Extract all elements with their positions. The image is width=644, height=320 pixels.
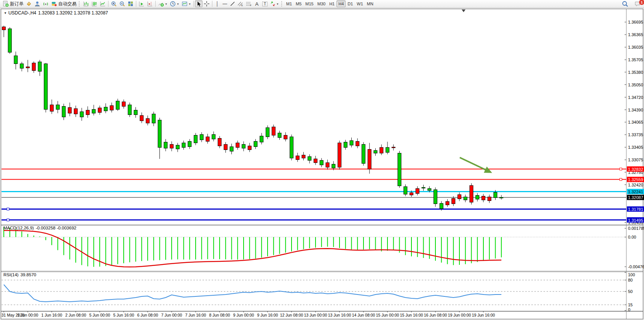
- line-handle[interactable]: [7, 219, 9, 221]
- candle-body: [350, 141, 353, 145]
- time-axis-label: 13 Jun 00:00: [304, 313, 327, 317]
- svg-text:1.35705: 1.35705: [628, 57, 643, 62]
- time-axis-label: 12 Jun 08:00: [280, 313, 303, 317]
- candle-body: [128, 105, 131, 115]
- time-axis-label: 13 Jun 16:00: [328, 313, 351, 317]
- time-axis-label: 2 Jun 08:00: [65, 313, 86, 317]
- time-axis-label: 14 Jun 08:00: [352, 313, 375, 317]
- svg-text:1.36035: 1.36035: [628, 45, 643, 49]
- line-handle[interactable]: [7, 208, 9, 210]
- svg-text:1.36695: 1.36695: [628, 20, 643, 24]
- candle-body: [32, 63, 35, 71]
- candle-body: [116, 101, 120, 110]
- candle-body: [68, 108, 72, 113]
- price-badge-text: 1.31495: [628, 218, 643, 223]
- time-axis-label: 16 Jun 08:00: [424, 313, 447, 317]
- macd-signal-line: [4, 231, 501, 267]
- candle-body: [356, 142, 359, 146]
- candle-body: [422, 188, 425, 188]
- candle-body: [218, 139, 222, 146]
- candle-body: [158, 120, 161, 148]
- rsi-indicator-label: RSI(14)39.8570: [3, 272, 36, 277]
- rsi-value: 39.8570: [21, 272, 37, 277]
- candle-body: [452, 199, 455, 204]
- trend-arrow-annotation[interactable]: [460, 158, 490, 172]
- candle-body: [476, 196, 479, 199]
- chart-symbol: USDCAD-,H4: [8, 10, 36, 16]
- candle-body: [440, 204, 443, 209]
- svg-text:15: 15: [628, 302, 633, 307]
- candle-body: [464, 197, 467, 200]
- candle-body: [410, 193, 413, 195]
- svg-text:-0.004763: -0.004763: [628, 264, 644, 269]
- svg-text:1.33075: 1.33075: [628, 158, 643, 162]
- svg-text:1.34720: 1.34720: [628, 95, 643, 100]
- candle-body: [92, 110, 96, 113]
- time-axis: 31 May 20231 Jun 00:001 Jun 16:002 Jun 0…: [2, 311, 495, 317]
- line-handle[interactable]: [620, 178, 622, 181]
- candle-body: [248, 146, 251, 150]
- candle-body: [62, 107, 65, 117]
- price-badge-text: 1.32559: [628, 177, 643, 182]
- candlestick-series: [2, 26, 503, 211]
- line-handle[interactable]: [620, 168, 622, 170]
- candle-body: [146, 119, 150, 123]
- candle-body: [296, 156, 299, 160]
- svg-text:1.35380: 1.35380: [628, 70, 643, 75]
- candle-body: [386, 148, 389, 153]
- candle-body: [230, 147, 233, 151]
- time-axis-label: 5 Jun 16:00: [113, 313, 134, 317]
- price-badge-text: 1.32832: [628, 167, 643, 172]
- candle-body: [404, 187, 407, 194]
- candle-body: [224, 145, 227, 150]
- candle-body: [494, 193, 497, 198]
- candle-body: [212, 135, 215, 139]
- rsi-panel: 1008050150: [2, 272, 635, 312]
- candle-body: [332, 164, 335, 168]
- time-axis-label: 19 Jun 00:00: [448, 313, 471, 317]
- macd-indicator-label: MACD(12,26,9)-0.003258 -0.003692: [3, 226, 77, 230]
- candle-body: [398, 153, 401, 186]
- time-axis-label: 9 Jun 00:00: [233, 313, 254, 317]
- time-axis-label: 7 Jun 16:00: [185, 313, 206, 317]
- candle-body: [320, 161, 323, 165]
- candle-body: [182, 143, 185, 148]
- candle-body: [428, 189, 431, 191]
- candle-body: [8, 29, 11, 53]
- candle-body: [236, 143, 239, 148]
- price-badge-text: 1.32241: [628, 189, 643, 194]
- collapse-triangle-icon[interactable]: ▼: [4, 11, 7, 15]
- chart-title: ▼USDCAD-,H41.32083 1.32092 1.32078 1.320…: [4, 10, 108, 16]
- macd-panel: 0.0017890.00-0.004763: [2, 226, 644, 269]
- candle-body: [56, 105, 59, 110]
- candle-body: [188, 142, 191, 147]
- svg-text:0: 0: [628, 307, 630, 312]
- candle-body: [308, 157, 311, 161]
- time-axis-label: 1 Jun 16:00: [41, 313, 62, 317]
- rsi-line: [4, 285, 501, 302]
- candle-body: [38, 62, 41, 72]
- candle-body: [266, 128, 269, 137]
- candle-body: [344, 142, 347, 148]
- candle-body: [98, 108, 102, 113]
- candle-body: [500, 197, 503, 198]
- price-badge-text: 1.31781: [628, 207, 643, 212]
- macd-name: MACD(12,26,9): [3, 226, 34, 230]
- candle-body: [284, 135, 287, 139]
- candle-body: [254, 142, 257, 147]
- candle-body: [20, 64, 24, 68]
- candle-body: [200, 135, 203, 140]
- candle-body: [44, 64, 48, 110]
- candle-body: [140, 116, 143, 121]
- candle-body: [302, 155, 305, 158]
- candle-body: [458, 195, 461, 199]
- chart-shift-marker[interactable]: [462, 10, 465, 12]
- time-axis-label: 7 Jun 00:00: [161, 313, 182, 317]
- candle-body: [2, 27, 6, 30]
- candle-body: [362, 145, 365, 164]
- rsi-name: RSI(14): [3, 272, 19, 277]
- svg-text:1.32420: 1.32420: [628, 183, 643, 187]
- candle-body: [122, 102, 126, 107]
- svg-text:1.34065: 1.34065: [628, 120, 643, 124]
- chart-canvas[interactable]: 1.366951.363651.360351.357051.353801.350…: [0, 0, 644, 320]
